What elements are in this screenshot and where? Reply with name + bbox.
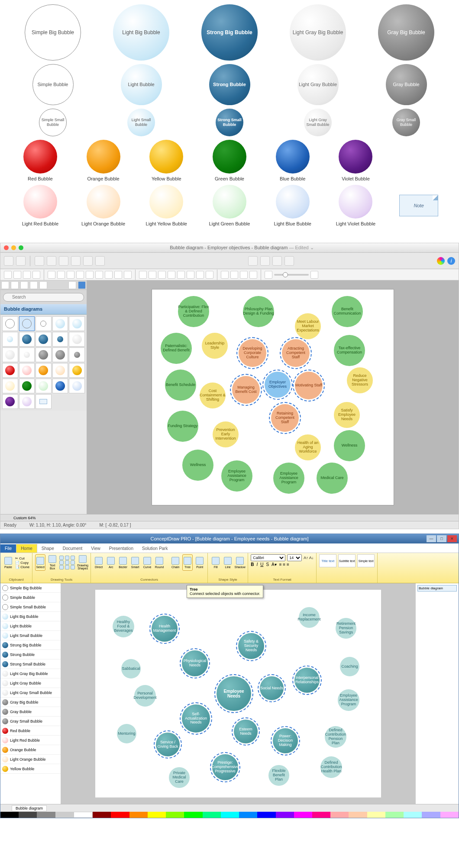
light-gray-small-bubble[interactable]: Light Gray Small Bubble: [304, 109, 332, 136]
bubble-retirement[interactable]: Retirement Pension Savings: [336, 618, 356, 639]
italic-button[interactable]: I: [256, 562, 258, 567]
color-bar[interactable]: [0, 812, 459, 818]
light-blue-bubble[interactable]: [276, 185, 310, 219]
light-red-bubble[interactable]: [23, 185, 57, 219]
toolbar-button[interactable]: [248, 256, 258, 266]
point-button[interactable]: Point: [194, 554, 205, 571]
bezier-button[interactable]: Bezier: [118, 554, 128, 571]
bubble-social[interactable]: Social Needs: [260, 676, 284, 700]
bubble-healthy-food[interactable]: Healthy Food & Beverages: [113, 616, 134, 637]
shape-list-item[interactable]: Red Bubble: [0, 726, 61, 736]
shape-list-item[interactable]: Light Gray Small Bubble: [0, 688, 61, 698]
panel-button[interactable]: [1, 281, 9, 289]
shape-item[interactable]: [69, 332, 85, 347]
toolbar-button[interactable]: [35, 256, 44, 266]
bubble-eap[interactable]: Employee Assistance Program: [273, 463, 304, 494]
shape-item[interactable]: [36, 347, 52, 362]
tool-button[interactable]: [57, 271, 65, 279]
bubble-funding[interactable]: Funding Strategy: [167, 411, 198, 442]
bubble-managing[interactable]: Managing Benefit Cost: [232, 376, 260, 404]
bubble-participative[interactable]: Participative: Flex & Defined Contributi…: [178, 296, 209, 327]
light-gray-bubble[interactable]: Light Gray Bubble: [297, 64, 339, 105]
bubble-interpersonal[interactable]: Interpersonal Relationships: [294, 668, 320, 693]
tab-home[interactable]: Home: [16, 544, 37, 553]
shape-list-item[interactable]: Orange Bubble: [0, 745, 61, 755]
select-button[interactable]: Select: [35, 554, 45, 571]
tab-shape[interactable]: Shape: [37, 544, 58, 553]
shape-list-item[interactable]: Simple Bubble: [0, 593, 61, 602]
toolbar-button[interactable]: [95, 256, 105, 266]
light-green-bubble[interactable]: [213, 185, 246, 219]
toolbar-button[interactable]: [83, 256, 93, 266]
bubble-service[interactable]: Service / Giving Back: [156, 733, 180, 756]
bubble-phys[interactable]: Physiological Needs: [182, 650, 208, 676]
curve-button[interactable]: Curve: [142, 554, 152, 571]
maximize-icon[interactable]: [19, 245, 23, 250]
bubble-medical[interactable]: Medical Care: [317, 463, 348, 494]
win-canvas[interactable]: TreeConnect selected objects with connec…: [61, 583, 415, 804]
tool-button[interactable]: [67, 271, 74, 279]
bubble-reduce-neg[interactable]: Reduce Negative Stressors: [347, 367, 373, 393]
shape-item[interactable]: [36, 379, 52, 393]
shape-item[interactable]: [2, 347, 18, 362]
bubble-sabbatical[interactable]: Sabbatical: [121, 659, 141, 678]
bubble-wellness[interactable]: Wellness: [182, 450, 213, 481]
shape-item[interactable]: [52, 379, 68, 393]
tool-button[interactable]: [187, 271, 194, 279]
tool-button[interactable]: [105, 271, 113, 279]
simple-bubble[interactable]: Simple Bubble: [32, 64, 74, 105]
bubble-dc-pension[interactable]: Defined Contribution Pension Plan: [325, 726, 346, 748]
list-view-icon[interactable]: [68, 281, 76, 289]
bubble-safety[interactable]: Safety & Security Needs: [238, 633, 264, 659]
bubble-retaining[interactable]: Retaining Competent Staff: [271, 404, 299, 432]
tool-button[interactable]: [86, 271, 94, 279]
shape-list-item[interactable]: Simple Big Bubble: [0, 583, 61, 593]
orange-bubble[interactable]: [87, 140, 120, 174]
panel-button[interactable]: [30, 281, 38, 289]
tool-button[interactable]: [249, 271, 257, 279]
tool-button[interactable]: [114, 271, 122, 279]
tool-button[interactable]: [23, 271, 31, 279]
bubble-benefit-comm[interactable]: Benefit Communication: [332, 296, 363, 327]
close-icon[interactable]: ✕: [447, 535, 457, 542]
shape-item[interactable]: [19, 363, 35, 378]
shape-list-item[interactable]: Light Gray Big Bubble: [0, 669, 61, 678]
gray-bubble[interactable]: Gray Bubble: [386, 64, 427, 105]
shape-list-item[interactable]: Light Bubble: [0, 621, 61, 631]
tool-button[interactable]: [158, 271, 166, 279]
shape-list-item[interactable]: Light Big Bubble: [0, 612, 61, 621]
bubble-self-act[interactable]: Self-Actualization Needs: [182, 704, 210, 733]
tool-button[interactable]: [230, 271, 238, 279]
bubble-flexible[interactable]: Flexible Benefit Plan: [268, 765, 289, 786]
shape-item[interactable]: [69, 363, 85, 378]
shape-list-item[interactable]: Gray Small Bubble: [0, 717, 61, 726]
shape-gallery[interactable]: [59, 556, 76, 569]
panel-button[interactable]: [39, 281, 47, 289]
tool-button[interactable]: [177, 271, 185, 279]
bubble-eap[interactable]: Employee Assistance Program: [221, 460, 252, 492]
right-panel-item[interactable]: Bubble diagram: [417, 585, 457, 592]
tool-button[interactable]: [32, 271, 40, 279]
yellow-bubble[interactable]: [149, 140, 183, 174]
light-big-bubble[interactable]: Light Big Bubble: [113, 4, 169, 61]
copy-button[interactable]: 📄 Copy: [15, 561, 29, 565]
shape-list-item[interactable]: Gray Big Bubble: [0, 698, 61, 707]
gray-small-bubble[interactable]: Gray Small Bubble: [392, 109, 420, 136]
shape-item[interactable]: [52, 363, 68, 378]
simple-big-bubble[interactable]: Simple Big Bubble: [25, 4, 81, 61]
tab-presentation[interactable]: Presentation: [105, 544, 138, 553]
light-small-bubble[interactable]: Light Small Bubble: [127, 109, 155, 136]
shape-item[interactable]: [19, 316, 35, 331]
tool-button[interactable]: [168, 271, 175, 279]
strong-bubble[interactable]: Strong Bubble: [209, 64, 250, 105]
bubble-motivating[interactable]: Motivating Staff: [295, 372, 323, 399]
tool-button[interactable]: [95, 271, 103, 279]
drawing-shapes-button[interactable]: Drawing Shapes: [78, 554, 88, 571]
textbox-button[interactable]: Text Box: [47, 554, 58, 571]
tool-button[interactable]: [76, 271, 84, 279]
zoom-out-icon[interactable]: [265, 271, 272, 279]
bubble-esteem[interactable]: Esteem Needs: [234, 720, 258, 743]
tool-button[interactable]: [240, 271, 248, 279]
shape-list-item[interactable]: Yellow Bubble: [0, 764, 61, 774]
toolbar-button[interactable]: [16, 256, 26, 266]
